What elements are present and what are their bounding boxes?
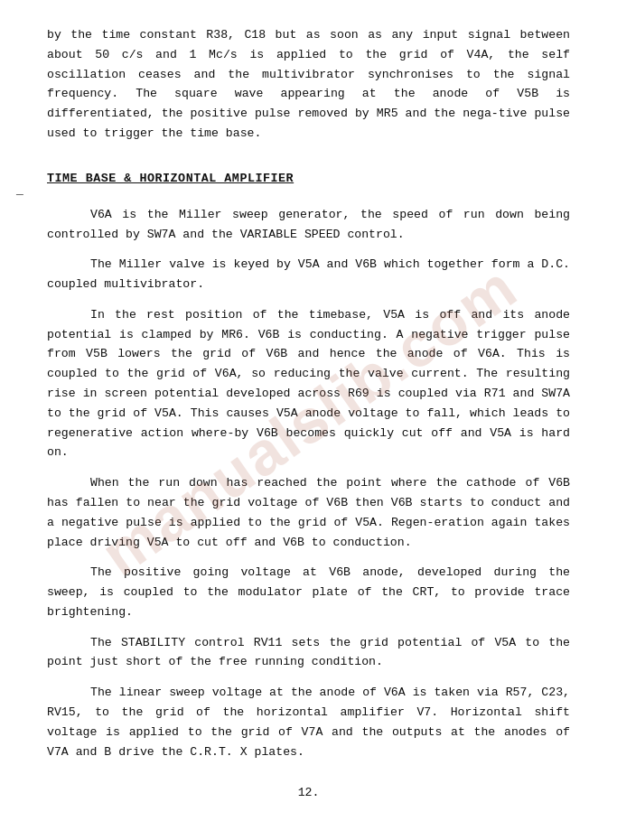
page-number: 12. xyxy=(47,783,570,803)
intro-text: by the time constant R38, C18 but as soo… xyxy=(47,28,570,140)
paragraph-4: When the run down has reached the point … xyxy=(47,473,570,552)
paragraph-3: In the rest position of the timebase, V5… xyxy=(47,305,570,462)
paragraph-5: The positive going voltage at V6B anode,… xyxy=(47,563,570,621)
section-heading: TIME BASE & HORIZONTAL AMPLIFIER xyxy=(47,169,570,189)
intro-block: by the time constant R38, C18 but as soo… xyxy=(47,25,570,144)
paragraph-2: The Miller valve is keyed by V5A and V6B… xyxy=(47,255,570,294)
paragraph-7: The linear sweep voltage at the anode of… xyxy=(47,683,570,761)
paragraph-6: The STABILITY control RV11 sets the grid… xyxy=(47,633,570,673)
margin-dash: — xyxy=(16,188,23,201)
page-container: manualslib.com by the time constant R38,… xyxy=(0,0,617,840)
paragraph-1: V6A is the Miller sweep generator, the s… xyxy=(47,205,570,245)
